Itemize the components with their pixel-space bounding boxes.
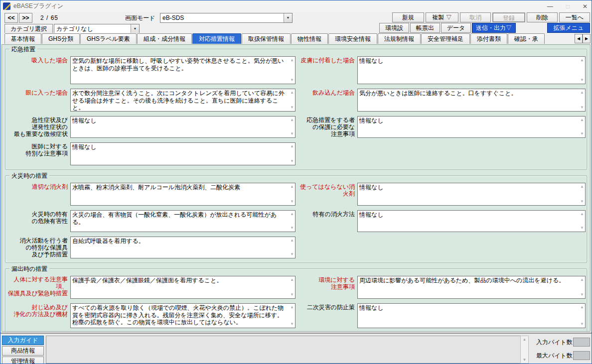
personal-precautions-textarea[interactable]: 保護手袋／保護衣／保護眼鏡／保護面を着用すること。 ▲ ▼ <box>70 276 296 299</box>
scroll-up-icon[interactable]: ▲ <box>580 185 584 189</box>
scroll-up-icon[interactable]: ▲ <box>580 278 584 282</box>
rescuer-protection-textarea[interactable]: 情報なし ▲ ▼ <box>357 116 586 138</box>
close-icon[interactable]: ✕ <box>583 3 588 10</box>
suitable-extinguisher-textarea[interactable]: 水噴霧、粉末消火薬剤、耐アルコール泡消火薬剤、二酸化炭素 ▲ ▼ <box>70 183 296 206</box>
prev-record-button[interactable]: << <box>4 13 18 23</box>
tab-physical-properties[interactable]: 物性情報 <box>291 33 328 44</box>
minimize-icon[interactable]: — <box>547 3 553 10</box>
scroll-down-icon[interactable]: ▼ <box>580 200 584 204</box>
containment-textarea[interactable]: すべての着火源を取り除く（現場での喫煙、火花や火炎の禁止）。こぼれた物質を密閉式… <box>70 303 296 328</box>
scroll-up-icon[interactable]: ▲ <box>580 212 584 216</box>
secondary-prevention-textarea[interactable]: 情報なし ▲ ▼ <box>357 303 586 328</box>
input-guide-button[interactable]: 入力ガイド <box>2 336 44 345</box>
scroll-up-icon[interactable]: ▲ <box>290 144 294 148</box>
skin-contact-text: 情報なし <box>359 57 384 64</box>
scroll-up-icon[interactable]: ▲ <box>523 336 527 343</box>
tab-safety-management[interactable]: 安全管理補足 <box>421 33 470 44</box>
scroll-down-icon[interactable]: ▼ <box>290 78 294 82</box>
manage-info-button[interactable]: 管理情報 <box>2 357 44 364</box>
first-aid-group: 応急措置 吸入した場合 空気の新鮮な場所に移動し、呼吸しやすい姿勢で休息させるこ… <box>5 49 587 170</box>
screen-mode-select[interactable]: eB-SDS ▼ <box>160 13 293 23</box>
specific-hazards-textarea[interactable]: 火災の場合、有害物質（一酸化窒素、一酸化炭素）が放出される可能性がある。 ▲ ▼ <box>70 210 296 232</box>
leakage-measures-group-title: 漏出時の措置 <box>9 265 49 273</box>
category-select-button[interactable]: カテゴリ選択 <box>4 24 53 34</box>
tab-environment-safety[interactable]: 環境安全情報 <box>328 33 377 44</box>
to-list-button[interactable]: 一覧へ <box>559 12 590 22</box>
acute-symptoms-textarea[interactable]: 情報なし ▲ ▼ <box>70 116 296 138</box>
scroll-up-icon[interactable]: ▲ <box>290 239 294 243</box>
tab-scroll-right-icon[interactable]: ▶ <box>583 34 591 43</box>
guide-scrollbar[interactable]: ▲ ▼ <box>520 336 529 364</box>
scroll-down-icon[interactable]: ▼ <box>580 78 584 82</box>
data-import-button[interactable]: データ取込 <box>441 23 471 33</box>
maximize-icon[interactable]: □ <box>566 3 570 10</box>
doctor-notes-textarea[interactable]: 情報なし ▲ ▼ <box>70 142 296 165</box>
tab-handling-storage[interactable]: 取扱保管情報 <box>242 33 291 44</box>
scroll-down-icon[interactable]: ▼ <box>290 322 294 326</box>
tab-attachments[interactable]: 添付書類 <box>470 33 507 44</box>
fire-measures-group-title: 火災時の措置 <box>9 172 49 180</box>
scroll-down-icon[interactable]: ▼ <box>580 293 584 297</box>
scroll-down-icon[interactable]: ▼ <box>580 322 584 326</box>
scroll-up-icon[interactable]: ▲ <box>290 118 294 122</box>
tab-response-measures[interactable]: 対応措置情報 <box>192 33 241 44</box>
tab-ghs-class[interactable]: GHS分類 <box>42 33 80 44</box>
scroll-up-icon[interactable]: ▲ <box>580 118 584 122</box>
scroll-up-icon[interactable]: ▲ <box>290 185 294 189</box>
specific-methods-label: 特有の消火方法 <box>297 210 357 232</box>
scroll-down-icon[interactable]: ▼ <box>580 132 584 136</box>
unsuitable-extinguisher-textarea[interactable]: 情報なし ▲ ▼ <box>357 183 586 206</box>
scroll-up-icon[interactable]: ▲ <box>290 212 294 216</box>
first-aid-group-title: 応急措置 <box>9 45 37 54</box>
chevron-down-icon[interactable]: ▼ <box>131 24 139 33</box>
scroll-down-icon[interactable]: ▼ <box>290 226 294 230</box>
category-value: カテゴリなし <box>56 25 93 32</box>
product-info-button[interactable]: 商品情報 <box>2 346 44 356</box>
scroll-down-icon[interactable]: ▼ <box>290 159 294 163</box>
tab-regulations[interactable]: 法規制情報 <box>378 33 421 44</box>
new-button[interactable]: 新規 <box>392 12 424 22</box>
scroll-up-icon[interactable]: ▲ <box>290 278 294 282</box>
tab-scroll-left-icon[interactable]: ◀ <box>575 34 583 43</box>
duplicate-button[interactable]: 複製 ▽ <box>426 12 458 22</box>
scroll-up-icon[interactable]: ▲ <box>290 305 294 309</box>
next-record-button[interactable]: >> <box>19 13 32 23</box>
send-output-button[interactable]: 送信・出力▽ <box>472 23 516 33</box>
scroll-up-icon[interactable]: ▲ <box>580 305 584 309</box>
environmental-precautions-textarea[interactable]: 周辺環境に影響がある可能性があるため、製品の環境中への流出を避ける。 ▲ ▼ <box>357 276 586 299</box>
category-select[interactable]: カテゴリなし ▼ <box>54 24 140 34</box>
tab-ghs-label[interactable]: GHSラベル要素 <box>80 33 137 44</box>
extended-menu-button[interactable]: 拡張メニュー ▽ <box>547 23 590 33</box>
chevron-down-icon[interactable]: ▼ <box>284 13 292 22</box>
tab-basic-info[interactable]: 基本情報 <box>4 33 41 44</box>
scroll-down-icon[interactable]: ▼ <box>290 252 294 256</box>
scroll-up-icon[interactable]: ▲ <box>290 91 294 95</box>
specific-methods-textarea[interactable]: 情報なし ▲ ▼ <box>357 210 586 232</box>
scroll-down-icon[interactable]: ▼ <box>580 226 584 230</box>
scroll-down-icon[interactable]: ▼ <box>290 106 294 110</box>
ingestion-textarea[interactable]: 気分が悪いときは医師に連絡すること。口をすすぐこと。 ▲ ▼ <box>357 89 586 112</box>
scroll-down-icon[interactable]: ▼ <box>580 106 584 110</box>
suitable-extinguisher-label: 適切な消火剤 <box>7 183 70 206</box>
scroll-down-icon[interactable]: ▼ <box>290 132 294 136</box>
scroll-down-icon[interactable]: ▼ <box>290 293 294 297</box>
doctor-notes-text: 情報なし <box>72 143 97 150</box>
delete-button[interactable]: 削除 <box>527 12 558 22</box>
firefighter-protection-textarea[interactable]: 自給式呼吸器を着用する。 ▲ ▼ <box>70 237 296 258</box>
tab-composition[interactable]: 組成・成分情報 <box>137 33 192 44</box>
scroll-down-icon[interactable]: ▼ <box>523 357 527 363</box>
report-output-button[interactable]: 帳票出力 <box>410 23 440 33</box>
scroll-up-icon[interactable]: ▲ <box>290 58 294 62</box>
specific-hazards-text: 火災の場合、有害物質（一酸化窒素、一酸化炭素）が放出される可能性がある。 <box>72 211 277 226</box>
scroll-down-icon[interactable]: ▼ <box>290 200 294 204</box>
containment-text: すべての着火源を取り除く（現場での喫煙、火花や火炎の禁止）。こぼれた物質を密閉式… <box>72 304 284 326</box>
unsuitable-extinguisher-text: 情報なし <box>359 184 384 191</box>
tab-confirm-approve[interactable]: 確認・承 <box>508 33 545 44</box>
inhalation-textarea[interactable]: 空気の新鮮な場所に移動し、呼吸しやすい姿勢で休息させること。気分が悪いときは、医… <box>70 56 296 84</box>
eye-contact-textarea[interactable]: 水で数分間注意深く洗うこと。次にコンタクトレンズを着用していて容易に外せる場合は… <box>70 89 296 112</box>
scroll-up-icon[interactable]: ▲ <box>580 58 584 62</box>
fire-measures-group: 火災時の措置 適切な消火剤 水噴霧、粉末消火薬剤、耐アルコール泡消火薬剤、二酸化… <box>5 175 587 263</box>
skin-contact-textarea[interactable]: 情報なし ▲ ▼ <box>357 56 586 84</box>
scroll-up-icon[interactable]: ▲ <box>580 91 584 95</box>
env-settings-button[interactable]: 環境設定 <box>379 23 409 33</box>
